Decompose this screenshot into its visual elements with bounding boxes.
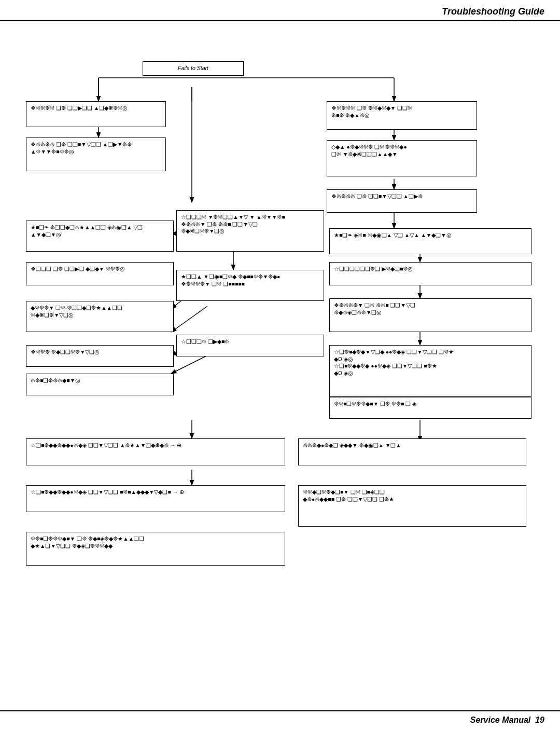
box-top-left-1: ❖❊❊❊❊ ❑❊ ❑❑▶❑❑ ▲❑◆❋❊❊◎ bbox=[26, 101, 166, 127]
box-mid-left-3: ◆❊❊❊▼ ❑❊ ❊❑❑◆❑❊★▲▲❑❑❊◆❋❑❊▼▽❑◎ bbox=[26, 301, 174, 332]
header-title: Troubleshooting Guide bbox=[442, 6, 544, 17]
page-footer: Service Manual 19 bbox=[0, 710, 560, 729]
box-mid-left-4: ❖❊❊❊ ❊◆❑❑❊❊▼▽❑◎ bbox=[26, 345, 174, 367]
svg-line-21 bbox=[171, 355, 207, 374]
box-mid-left-1: ★■❑❧ ❊❑❑◆❑❊★▲▲❑❑ ◈❊◉❑▲ ▽❑▲▼◆❑▼◎ bbox=[26, 221, 174, 252]
title-box: Fails to Start bbox=[143, 61, 244, 76]
footer-text: Service Manual 19 bbox=[470, 716, 544, 725]
box-mid-center-1: ☆❑❑❑❊ ▼❊❊❑❑▲▼▽ ▼ ▲❊▼▼❊■❖❊❊❊▼ ❑❊ ❊❊■ ❑❑▼▽… bbox=[176, 210, 324, 252]
box-bot-right-1: ❊❊❊◆●❊◆❑ ◈◆◆▼ ❊◆◉❑▲ ▼❑▲ bbox=[298, 438, 526, 465]
box-top-left-2: ❖❊❊❊❊ ❑❊ ❑❑■▼▽❑❑ ▲❑▶▼❊❊▲❊▼▼❊■❊❊◎ bbox=[26, 137, 166, 171]
box-bot-right-2: ❊❊◆❑❊❊◆❑■▼ ❑❊ ❑■◈❑❑◆❊●❊◆◆■■ ❑❊ ❑❑▼▽❑❑ ❑❊… bbox=[298, 485, 526, 527]
box-bot-left-1: ☆❑■❊◆◆❊◆◆●❊◆◈ ❑❑▼▽❑❑ ▲❊★▲▼❑◆❋◆❊ → ⊕ bbox=[26, 438, 285, 465]
box-mid-center-3: ☆❑❑❑❊ ❑▶◆■❊ bbox=[176, 335, 324, 356]
box-top-right-2: ◇◆▲ ●❊◆❊❊❊ ❑❊ ❊❊❊◆●❑❊ ▼❊◆❋❑❑❑▲▲◆▼ bbox=[327, 140, 477, 176]
diagram-container: Fails to Start ❖❊❊❊❊ ❑❊ ❑❑▶❑❑ ▲❑◆❋❊❊◎ ❖❊… bbox=[10, 26, 550, 703]
box-mid-right-3: ❖❊❊❊❊▼ ❑❊ ❊❊■ ❑❑▼▽❑❊◆❊◈❑❊❊▼❑◎ bbox=[329, 298, 531, 332]
page-header: Troubleshooting Guide bbox=[0, 0, 560, 21]
box-bot-left-3: ❊❊■❑❊❊❊◆■▼ ❑❊ ❊◆■◈❊◆❊★▲▲❑❑◆★▲❑▼▽❑❑ ❊◆◈❑❊… bbox=[26, 532, 285, 566]
box-mid-center-2: ★❑❑▲ ▼❑◉■❑❊◆ ❊◆■■❊❊▼❊◆●❖❊❊❊❊▼ ❑❊ ❑■■■■■ bbox=[176, 270, 324, 301]
box-mid-right-1: ★■❑❧ ◈❊■ ❊◆◉❑▲ ▽❑ ▲▽▲ ▲▼◆❑▼◎ bbox=[329, 228, 531, 254]
box-top-right-1: ❖❊❊❊❊ ❑❊ ❊❊◆❊◆▼ ❑❑❊❊■❊ ❊◆▲❊◎ bbox=[327, 101, 477, 130]
box-mid-right-5: ❊❊■❑❊❊❊◆■▼ ❑❊ ❊❊■ ❑ ◈ bbox=[329, 397, 531, 419]
box-mid-right-4: ☆❑❊■◆❊◆▼▽❑◆ ●●❊◆◈ ❑❑▼▽❑❑ ❑❊★◆Ω ◈◎☆❑■❊◆◆❊… bbox=[329, 345, 531, 397]
box-mid-left-2: ❖❑❑❑ ❑❊ ❑❑▶❑ ◆❑◆▼ ❊❊❊◎ bbox=[26, 262, 174, 285]
box-bot-left-2: ☆❑■❊◆◆❊◆◆●❊◆◈ ❑❑▼▽❑❑ ■❊■▲◆◆◆▼▽◆❑■ → ⊕ bbox=[26, 485, 285, 512]
svg-line-19 bbox=[171, 306, 207, 332]
box-mid-right-2: ☆❑❑❑❑❑❑❊❑ ▶❊◆❑■❊◎ bbox=[329, 262, 531, 285]
box-top-right-3: ❖❊❊❊❊ ❑❊ ❑❑■▼▽❑❑ ▲❑▶❊ bbox=[327, 189, 477, 213]
box-mid-left-5: ❊❊■❑❊❊❊◆■▼◎ bbox=[26, 374, 174, 395]
